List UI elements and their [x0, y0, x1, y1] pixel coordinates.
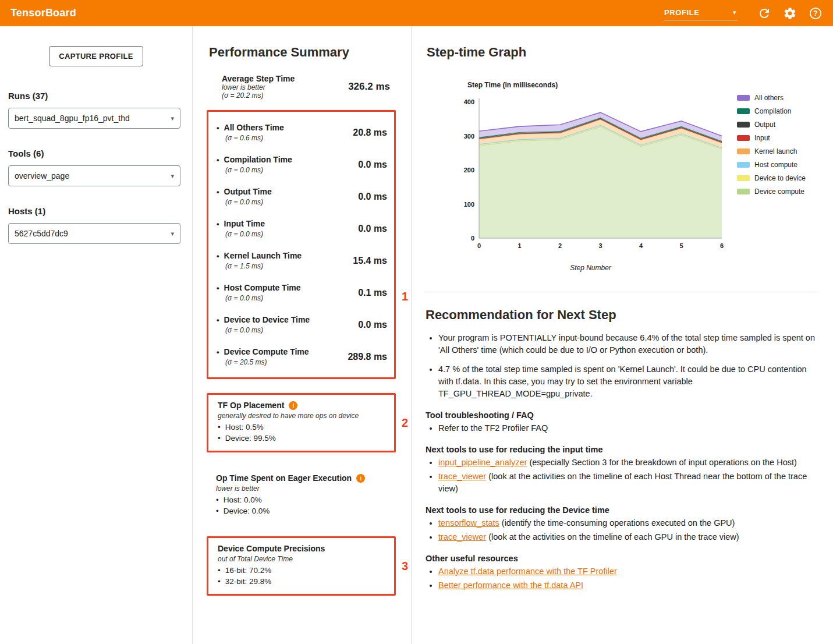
dashboard-select[interactable]: PROFILE ▾ — [663, 6, 738, 20]
section-subtitle: generally desired to have more ops on de… — [218, 412, 387, 420]
rec-link[interactable]: Better performance with the tf.data API — [438, 581, 583, 590]
x-tick-label: 4 — [639, 242, 643, 249]
area-device-compute — [479, 126, 722, 238]
legend-label: Kernel launch — [754, 147, 797, 155]
performance-summary-title: Performance Summary — [209, 45, 396, 60]
eager-execution-section: Op Time Spent on Eager Execution i lower… — [211, 472, 396, 519]
step-time-graph-title: Step-time Graph — [427, 45, 818, 60]
metric-label: Device to Device Time — [224, 315, 310, 324]
metric-row: •Output Time (σ = 0.0 ms) 0.0 ms — [213, 181, 388, 213]
rec-item: Analyze tf.data performance with the TF … — [438, 565, 818, 578]
legend-item: Output — [737, 121, 806, 129]
chevron-down-icon: ▾ — [171, 115, 174, 122]
annotation-box-2: TF Op Placement i generally desired to h… — [207, 393, 396, 452]
y-tick-label: 200 — [464, 167, 474, 174]
rec-subheading: Other useful resources — [426, 554, 818, 563]
annotation-number-2: 2 — [402, 416, 408, 430]
metric-label: Host Compute Time — [224, 283, 301, 292]
hosts-select[interactable]: 5627c5dd7dc9 ▾ — [8, 223, 180, 244]
legend-item: Input — [737, 134, 806, 142]
rec-link[interactable]: Analyze tf.data performance with the TF … — [438, 567, 617, 576]
recommendation-title: Recommendation for Next Step — [426, 307, 818, 323]
rec-item: input_pipeline_analyzer (especially Sect… — [438, 457, 818, 469]
legend-swatch — [737, 135, 750, 141]
stat-item: Host: 0.0% — [216, 494, 395, 505]
rec-link[interactable]: tensorflow_stats — [438, 518, 499, 528]
legend-item: Host compute — [737, 161, 806, 169]
rec-item: trace_viewer (look at the activities on … — [438, 470, 818, 495]
reload-icon[interactable] — [757, 6, 771, 20]
metric-label: All Others Time — [224, 123, 284, 132]
legend-label: Output — [754, 121, 775, 129]
rec-item: trace_viewer (look at the activities on … — [438, 531, 818, 543]
y-tick-label: 300 — [464, 133, 474, 140]
annotation-number-1: 1 — [402, 290, 408, 303]
recommendation-section: Recommendation for Next Step Your progra… — [424, 292, 818, 592]
settings-icon[interactable] — [783, 6, 797, 20]
performance-summary-panel: Performance Summary Average Step Time lo… — [192, 26, 412, 644]
metric-value: 15.4 ms — [353, 256, 387, 266]
runs-select-value: bert_squad_8gpu_fp16_pvt_thd — [15, 114, 130, 123]
metric-label: Input Time — [224, 219, 265, 228]
metric-row: •Device to Device Time (σ = 0.0 ms) 0.0 … — [213, 309, 388, 341]
rec-link[interactable]: trace_viewer — [438, 472, 486, 481]
info-icon[interactable]: i — [289, 401, 297, 410]
metric-row: •Host Compute Time (σ = 0.0 ms) 0.1 ms — [213, 277, 388, 309]
chevron-down-icon: ▾ — [171, 230, 174, 238]
metric-sigma: (σ = 0.0 ms) — [225, 166, 292, 174]
metric-value: 289.8 ms — [348, 352, 387, 362]
legend-item: Compilation — [737, 107, 806, 115]
legend-item: Device to device — [737, 174, 806, 182]
help-icon[interactable]: ? — [809, 6, 823, 20]
x-tick-label: 3 — [598, 242, 602, 249]
rec-subheading: Next tools to use for reducing the Devic… — [426, 505, 818, 515]
runs-label: Runs (37) — [8, 91, 192, 101]
rec-subheading: Next tools to use for reducing the input… — [426, 445, 818, 454]
metric-row: •All Others Time (σ = 0.6 ms) 20.8 ms — [213, 116, 388, 148]
legend-swatch — [737, 189, 750, 194]
step-time-graph-section: Step-time Graph Step Time (in millisecon… — [424, 45, 818, 292]
annotation-number-3: 3 — [402, 560, 408, 573]
metric-sigma: (σ = 20.2 ms) — [222, 91, 295, 100]
legend-swatch — [737, 122, 750, 128]
rec-item: Refer to the TF2 Profiler FAQ — [438, 422, 818, 434]
metric-sigma: (σ = 0.0 ms) — [225, 230, 265, 238]
metric-value: 0.0 ms — [358, 224, 387, 234]
info-icon[interactable]: i — [356, 474, 365, 483]
x-tick-label: 0 — [477, 242, 481, 249]
metric-sigma: (σ = 0.6 ms) — [225, 134, 284, 142]
main-content: CAPTURE PROFILE Runs (37) bert_squad_8gp… — [0, 26, 833, 644]
x-tick-label: 2 — [558, 242, 562, 249]
legend-label: Compilation — [754, 107, 791, 115]
chart-legend: All othersCompilationOutputInputKernel l… — [737, 94, 806, 201]
legend-label: All others — [754, 94, 784, 102]
legend-item: All others — [737, 94, 806, 102]
chart-x-axis-label: Step Number — [452, 264, 729, 272]
legend-swatch — [737, 108, 750, 114]
metric-label: Compilation Time — [224, 155, 292, 164]
capture-profile-button[interactable]: CAPTURE PROFILE — [49, 46, 143, 66]
recommendation-bullet: 4.7 % of the total step time sampled is … — [438, 363, 818, 400]
app-header: TensorBoard PROFILE ▾ ? — [0, 0, 833, 26]
annotation-box-1: •All Others Time (σ = 0.6 ms) 20.8 ms •C… — [207, 110, 396, 379]
metric-sigma: (σ = 0.0 ms) — [225, 326, 310, 334]
metric-row: •Kernel Launch Time (σ = 1.5 ms) 15.4 ms — [213, 245, 388, 277]
bullet: • — [217, 284, 219, 292]
metric-row: •Device Compute Time (σ = 20.5 ms) 289.8… — [213, 341, 388, 373]
stacked-area-chart[interactable]: 01002003004000123456 — [452, 95, 729, 253]
bullet: • — [217, 155, 219, 164]
runs-select[interactable]: bert_squad_8gpu_fp16_pvt_thd ▾ — [8, 108, 180, 129]
tools-select[interactable]: overview_page ▾ — [8, 165, 180, 186]
rec-link[interactable]: trace_viewer — [438, 532, 486, 542]
header-toolbar: PROFILE ▾ ? — [663, 6, 823, 20]
y-tick-label: 100 — [464, 201, 474, 208]
hosts-select-value: 5627c5dd7dc9 — [15, 229, 68, 238]
section-title: Device Compute Precisions — [218, 544, 325, 553]
rec-link[interactable]: input_pipeline_analyzer — [438, 458, 527, 467]
metric-sigma: (σ = 0.0 ms) — [225, 198, 272, 206]
metric-value: 0.0 ms — [358, 192, 387, 202]
metric-label: Kernel Launch Time — [224, 251, 302, 260]
chevron-down-icon: ▾ — [733, 9, 736, 16]
legend-label: Device compute — [754, 187, 804, 196]
section-title: Op Time Spent on Eager Execution — [216, 473, 352, 483]
